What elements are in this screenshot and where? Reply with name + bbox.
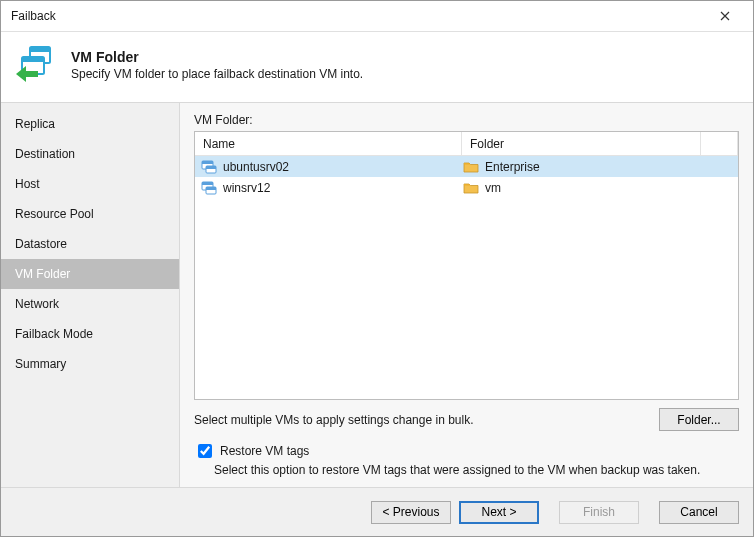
page-subtitle: Specify VM folder to place failback dest… — [71, 67, 363, 81]
sidebar-item-network[interactable]: Network — [1, 289, 179, 319]
cancel-button[interactable]: Cancel — [659, 501, 739, 524]
table-row[interactable]: winsrv12 vm — [195, 177, 738, 198]
vm-folder-label: VM Folder: — [194, 113, 739, 127]
close-button[interactable] — [705, 2, 745, 30]
sidebar-item-host[interactable]: Host — [1, 169, 179, 199]
finish-button: Finish — [559, 501, 639, 524]
sidebar-item-destination[interactable]: Destination — [1, 139, 179, 169]
failback-window: Failback VM Folder Specify VM folder to … — [0, 0, 754, 537]
vm-icon — [201, 180, 217, 196]
sidebar-item-summary[interactable]: Summary — [1, 349, 179, 379]
folder-name: Enterprise — [485, 160, 540, 174]
vm-folder-table[interactable]: Name Folder u — [194, 131, 739, 400]
sidebar-item-vm-folder[interactable]: VM Folder — [1, 259, 179, 289]
restore-tags-desc: Select this option to restore VM tags th… — [194, 463, 739, 487]
wizard-body: Replica Destination Host Resource Pool D… — [1, 103, 753, 487]
sidebar-item-datastore[interactable]: Datastore — [1, 229, 179, 259]
svg-rect-1 — [30, 47, 50, 52]
sidebar-item-failback-mode[interactable]: Failback Mode — [1, 319, 179, 349]
table-row[interactable]: ubuntusrv02 Enterprise — [195, 156, 738, 177]
previous-button[interactable]: < Previous — [371, 501, 451, 524]
svg-rect-11 — [206, 187, 216, 190]
wizard-header: VM Folder Specify VM folder to place fai… — [1, 32, 753, 103]
titlebar: Failback — [1, 1, 753, 32]
next-button[interactable]: Next > — [459, 501, 539, 524]
svg-rect-9 — [202, 182, 213, 185]
svg-rect-5 — [202, 161, 213, 164]
bulk-hint: Select multiple VMs to apply settings ch… — [194, 413, 659, 427]
wizard-buttons: < Previous Next > Finish Cancel — [1, 487, 753, 536]
folder-icon — [463, 180, 479, 196]
restore-tags-checkbox[interactable] — [198, 444, 212, 458]
svg-rect-3 — [22, 57, 44, 62]
restore-tags-label: Restore VM tags — [220, 444, 309, 458]
column-folder[interactable]: Folder — [462, 132, 701, 155]
svg-rect-7 — [206, 166, 216, 169]
vm-name: ubuntusrv02 — [223, 160, 289, 174]
page-title: VM Folder — [71, 49, 363, 65]
restore-tags-row: Restore VM tags — [194, 441, 739, 461]
vm-name: winsrv12 — [223, 181, 270, 195]
window-title: Failback — [11, 9, 705, 23]
sidebar-item-resource-pool[interactable]: Resource Pool — [1, 199, 179, 229]
failback-stacked-windows-icon — [15, 42, 61, 88]
folder-name: vm — [485, 181, 501, 195]
column-name[interactable]: Name — [195, 132, 462, 155]
folder-button[interactable]: Folder... — [659, 408, 739, 431]
main-panel: VM Folder: Name Folder — [180, 103, 753, 487]
table-header: Name Folder — [195, 132, 738, 156]
vm-icon — [201, 159, 217, 175]
folder-icon — [463, 159, 479, 175]
close-icon — [720, 11, 730, 21]
sidebar-item-replica[interactable]: Replica — [1, 109, 179, 139]
wizard-steps-sidebar: Replica Destination Host Resource Pool D… — [1, 103, 180, 487]
